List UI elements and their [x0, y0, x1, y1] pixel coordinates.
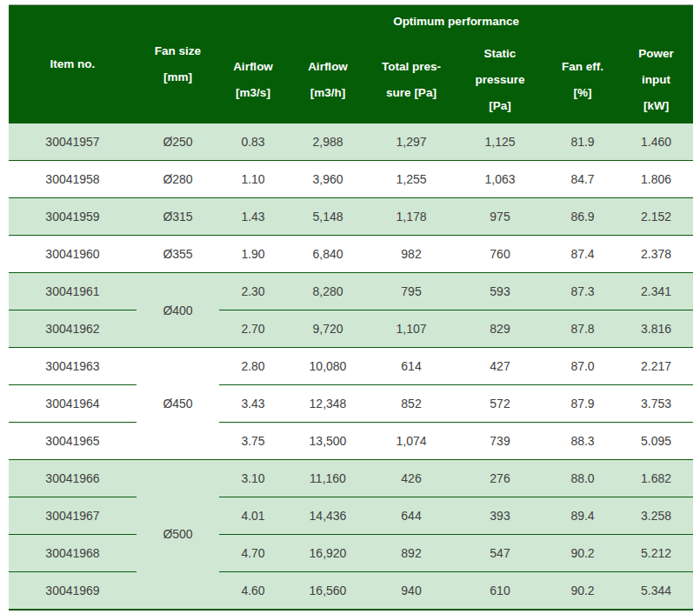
table-row: 30041959 Ø315 1.43 5,148 1,178 975 86.9 … [9, 198, 693, 236]
item-no-cell: 30041965 [9, 423, 137, 460]
fan-eff-cell: 88.3 [546, 423, 619, 460]
table-row: 30041962 2.70 9,720 1,107 829 87.8 3.816 [9, 310, 693, 348]
airflow-m3s-cell: 2.80 [219, 348, 287, 385]
fan-eff-cell: 84.7 [546, 161, 619, 198]
table-row: 30041964 3.43 12,348 852 572 87.9 3.753 [9, 385, 693, 423]
static-pressure-cell: 547 [454, 535, 546, 572]
col-header-item-no: Item no. [9, 5, 137, 123]
total-pressure-cell: 940 [369, 572, 454, 610]
fan-size-cell: Ø400 [137, 273, 219, 348]
fan-eff-cell: 86.9 [546, 198, 619, 236]
static-pressure-cell: 276 [454, 460, 546, 497]
fan-size-cell: Ø250 [137, 123, 219, 161]
airflow-m3h-cell: 10,080 [287, 348, 369, 385]
airflow-m3h-cell: 16,920 [287, 535, 369, 572]
col-header-label: Item no. [9, 51, 137, 77]
airflow-m3s-cell: 4.60 [219, 572, 287, 610]
item-no-cell: 30041963 [9, 348, 137, 385]
col-header-fan-size: Fan size [mm] [137, 5, 219, 123]
item-no-cell: 30041967 [9, 497, 137, 535]
airflow-m3h-cell: 5,148 [287, 198, 369, 236]
airflow-m3h-cell: 14,436 [287, 497, 369, 535]
fan-eff-cell: 87.3 [546, 273, 619, 310]
col-header-label: Power [619, 41, 693, 67]
power-input-cell: 2.152 [619, 198, 693, 236]
airflow-m3s-cell: 3.43 [219, 385, 287, 423]
total-pressure-cell: 892 [369, 535, 454, 572]
table-row: 30041960 Ø355 1.90 6,840 982 760 87.4 2.… [9, 236, 693, 273]
fan-size-cell: Ø355 [137, 236, 219, 273]
airflow-m3s-cell: 2.70 [219, 310, 287, 348]
power-input-cell: 2.378 [619, 236, 693, 273]
total-pressure-cell: 1,107 [369, 310, 454, 348]
table-row: 30041961 Ø400 2.30 8,280 795 593 87.3 2.… [9, 273, 693, 310]
fan-eff-cell: 87.4 [546, 236, 619, 273]
static-pressure-cell: 593 [454, 273, 546, 310]
airflow-m3s-cell: 4.70 [219, 535, 287, 572]
group-header-optimum-performance: Optimum performance [219, 5, 693, 38]
col-header-label: sure [Pa] [369, 80, 454, 106]
power-input-cell: 5.212 [619, 535, 693, 572]
col-header-airflow-m3h: Airflow [m3/h] [287, 38, 369, 123]
power-input-cell: 2.217 [619, 348, 693, 385]
total-pressure-cell: 1,178 [369, 198, 454, 236]
fan-performance-table: Item no. Fan size [mm] Optimum performan… [9, 4, 693, 611]
table-header: Item no. Fan size [mm] Optimum performan… [9, 5, 693, 123]
power-input-cell: 3.816 [619, 310, 693, 348]
airflow-m3h-cell: 13,500 [287, 423, 369, 460]
table-row: 30041966 Ø500 3.10 11,160 426 276 88.0 1… [9, 460, 693, 497]
table-row: 30041967 4.01 14,436 644 393 89.4 3.258 [9, 497, 693, 535]
col-header-airflow-m3s: Airflow [m3/s] [219, 38, 287, 123]
total-pressure-cell: 644 [369, 497, 454, 535]
col-header-label: [%] [546, 80, 619, 106]
airflow-m3s-cell: 1.90 [219, 236, 287, 273]
fan-eff-cell: 87.9 [546, 385, 619, 423]
item-no-cell: 30041964 [9, 385, 137, 423]
power-input-cell: 1.460 [619, 123, 693, 161]
fan-eff-cell: 87.8 [546, 310, 619, 348]
fan-eff-cell: 87.0 [546, 348, 619, 385]
static-pressure-cell: 393 [454, 497, 546, 535]
fan-eff-cell: 88.0 [546, 460, 619, 497]
col-header-label: [mm] [137, 64, 219, 90]
power-input-cell: 3.258 [619, 497, 693, 535]
fan-size-cell: Ø280 [137, 161, 219, 198]
fan-size-cell: Ø450 [137, 348, 219, 460]
col-header-label: input [619, 67, 693, 93]
table-row: 30041958 Ø280 1.10 3,960 1,255 1,063 84.… [9, 161, 693, 198]
fan-size-cell: Ø315 [137, 198, 219, 236]
fan-eff-cell: 81.9 [546, 123, 619, 161]
item-no-cell: 30041959 [9, 198, 137, 236]
airflow-m3s-cell: 1.43 [219, 198, 287, 236]
static-pressure-cell: 1,063 [454, 161, 546, 198]
total-pressure-cell: 982 [369, 236, 454, 273]
total-pressure-cell: 1,255 [369, 161, 454, 198]
group-header-row: Item no. Fan size [mm] Optimum performan… [9, 5, 693, 38]
fan-size-cell: Ø500 [137, 460, 219, 610]
airflow-m3h-cell: 11,160 [287, 460, 369, 497]
static-pressure-cell: 572 [454, 385, 546, 423]
static-pressure-cell: 975 [454, 198, 546, 236]
col-header-label: [m3/s] [219, 80, 287, 106]
col-header-label: Fan eff. [546, 54, 619, 80]
col-header-label: [m3/h] [287, 80, 369, 106]
col-header-power-input: Power input [kW] [619, 38, 693, 123]
airflow-m3h-cell: 8,280 [287, 273, 369, 310]
total-pressure-cell: 795 [369, 273, 454, 310]
col-header-fan-eff: Fan eff. [%] [546, 38, 619, 123]
airflow-m3s-cell: 1.10 [219, 161, 287, 198]
table-row: 30041963 Ø450 2.80 10,080 614 427 87.0 2… [9, 348, 693, 385]
table-row: 30041965 3.75 13,500 1,074 739 88.3 5.09… [9, 423, 693, 460]
total-pressure-cell: 614 [369, 348, 454, 385]
col-header-total-pressure: Total pres- sure [Pa] [369, 38, 454, 123]
item-no-cell: 30041962 [9, 310, 137, 348]
airflow-m3h-cell: 6,840 [287, 236, 369, 273]
table-row: 30041957 Ø250 0.83 2,988 1,297 1,125 81.… [9, 123, 693, 161]
table-body: 30041957 Ø250 0.83 2,988 1,297 1,125 81.… [9, 123, 693, 610]
power-input-cell: 1.806 [619, 161, 693, 198]
power-input-cell: 1.682 [619, 460, 693, 497]
col-header-label: [Pa] [454, 93, 546, 119]
catalog-page: Item no. Fan size [mm] Optimum performan… [0, 0, 700, 614]
total-pressure-cell: 852 [369, 385, 454, 423]
col-header-label: Static [454, 41, 546, 67]
